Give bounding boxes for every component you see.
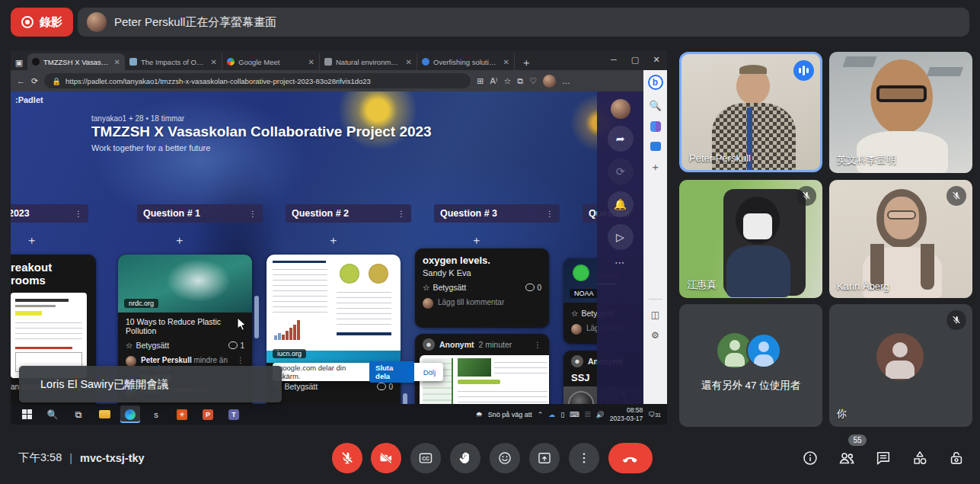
meeting-details-button[interactable] [801,449,819,467]
sidebar-settings-gear-icon[interactable]: ⚙ [651,330,659,341]
camera-toggle-button[interactable] [371,443,401,473]
column-menu-icon[interactable]: ⋮ [249,210,257,218]
browser-profile-avatar[interactable] [543,75,556,88]
wifi-icon[interactable]: 𝄚 [585,410,590,418]
tab-overfishing[interactable]: Overfishing solutions - s ✕ [417,53,515,70]
leave-call-button[interactable] [608,443,653,473]
taskbar-search-icon[interactable]: 🔍 [43,405,62,423]
show-everyone-button[interactable] [838,449,856,467]
address-bar[interactable]: 🔒 https://padlet.com/tanyakao1/tmzzsh-x-… [44,73,471,88]
tab-actions-icon[interactable]: ▣ [11,55,27,70]
sidebar-search-icon[interactable]: 🔍 [649,100,661,111]
tile-lee[interactable]: 英文科李壹明 [829,52,972,173]
add-post-button[interactable]: ＋ [471,233,482,248]
device-icon[interactable]: ▯ [560,411,564,418]
tile-karin[interactable]: Karin Åberg [829,180,972,298]
sidebar-panel-icon[interactable]: ◫ [651,309,659,320]
edge-taskbar-icon[interactable] [120,405,140,423]
notifications-bell-icon[interactable]: 🔔 [608,191,634,217]
mic-toggle-button[interactable] [332,443,362,473]
sidebar-add-icon[interactable]: ＋ [650,161,661,175]
powerpoint-icon[interactable]: P [198,405,218,423]
teams-icon[interactable]: T [224,405,244,423]
read-aloud-icon[interactable]: A⁾ [490,76,497,86]
rail-more-icon[interactable]: ⋯ [614,257,626,268]
people-overflow-icon [717,333,781,368]
column-menu-icon[interactable]: ⋮ [75,210,82,218]
comment-count[interactable]: 0 [525,284,541,292]
tile-peter-perskull[interactable]: Peter Perskull [679,52,822,172]
file-explorer-icon[interactable] [94,405,114,423]
task-view-icon[interactable]: ⧉ [69,405,88,423]
back-icon[interactable]: ← [17,76,25,85]
activities-button[interactable] [911,449,929,467]
slideshow-play-icon[interactable]: ▷ [608,224,634,250]
close-window-button[interactable]: ✕ [646,50,667,69]
minimize-window-button[interactable]: ─ [603,50,624,69]
add-post-button[interactable]: ＋ [327,233,339,248]
tab-ocean-impacts[interactable]: The Impacts of Ocean Ac ✕ [125,53,222,70]
notification-center-icon[interactable]: 🗨31 [648,411,661,418]
browser-essentials-icon[interactable]: ♡ [529,76,537,86]
tile-more-participants[interactable]: 還有另外 47 位使用者 [679,304,822,427]
app-orange-icon[interactable]: ✳ [172,405,192,423]
app-s-icon[interactable]: s [146,405,166,423]
column-menu-icon[interactable]: ⋮ [397,210,405,218]
favorites-icon[interactable]: ☆ [503,76,511,86]
browser-more-icon[interactable]: … [562,76,570,85]
new-tab-button[interactable]: ＋ [521,56,531,70]
card-oxygen-levels[interactable]: oxygen levels. Sandy K Eva ☆Betygsätt 0 … [415,248,549,328]
reactions-button[interactable] [490,443,520,473]
rate-button[interactable]: ☆Betygsätt [126,341,169,350]
stop-sharing-button[interactable]: Sluta dela [369,361,414,383]
tray-chevron-icon[interactable]: ⌃ [538,411,544,418]
collections-icon[interactable]: ⧉ [517,76,523,86]
raise-hand-button[interactable] [450,443,480,473]
comment-count[interactable]: 1 [228,341,244,350]
more-options-button[interactable] [569,443,599,473]
close-tab-icon[interactable]: ✕ [503,58,509,66]
tile-you[interactable]: 你 [829,304,972,427]
host-controls-button[interactable] [947,449,966,467]
close-tab-icon[interactable]: ✕ [211,58,217,66]
tile-chiang[interactable]: 江惠真 [679,180,822,298]
card-author: Sandy K Eva [415,266,549,279]
remake-icon[interactable]: ⟳ [608,159,634,184]
start-button[interactable] [17,405,37,423]
comment-menu-icon[interactable]: ⋮ [237,356,244,364]
rate-button[interactable]: ☆Betygsätt [423,283,466,292]
split-screen-icon[interactable]: ⊞ [477,76,484,86]
sidebar-office-icon[interactable] [650,121,661,132]
close-tab-icon[interactable]: ✕ [406,58,412,66]
tab-google-meet[interactable]: Google Meet ✕ [222,53,320,70]
share-arrow-icon[interactable]: ➦ [608,126,634,152]
present-button[interactable] [529,443,560,473]
rate-label: Betygsätt [433,283,466,292]
add-post-button[interactable]: ＋ [174,233,185,248]
column-menu-icon[interactable]: ⋮ [546,210,554,218]
column-scrollbar[interactable] [403,393,407,404]
tab-natural-environment[interactable]: Natural environment and ✕ [320,53,417,70]
close-tab-icon[interactable]: ✕ [308,58,314,66]
hide-bar-button[interactable]: Dölj [419,366,440,379]
captions-button[interactable]: CC [410,443,441,473]
call-end-icon [622,450,639,466]
add-post-button[interactable]: ＋ [26,233,37,248]
padlet-user-avatar[interactable] [611,99,630,119]
close-tab-icon[interactable]: ✕ [114,58,120,66]
sidebar-screenshot-icon[interactable] [650,142,661,151]
refresh-icon[interactable]: ⟳ [31,76,38,86]
self-avatar [571,324,582,335]
comment-count[interactable]: 0 [377,383,393,391]
onedrive-icon[interactable]: ☁ [548,411,555,418]
tab-padlet[interactable]: TMZZSH X Vasaskolan Co ✕ [27,53,125,70]
card-menu-icon[interactable]: ⋮ [534,340,542,349]
volume-icon[interactable]: 🔊 [595,411,604,418]
add-comment-row[interactable]: Lägg till kommentar [415,296,549,311]
restore-window-button[interactable]: ▢ [624,50,646,69]
chat-button[interactable] [874,449,892,467]
touch-keyboard-icon[interactable]: ⌨ [570,411,579,418]
column-scrollbar[interactable] [254,296,259,338]
tray-clock[interactable]: 08:58 2023-03-17 [610,406,643,422]
bing-chat-icon[interactable]: b [648,75,663,90]
